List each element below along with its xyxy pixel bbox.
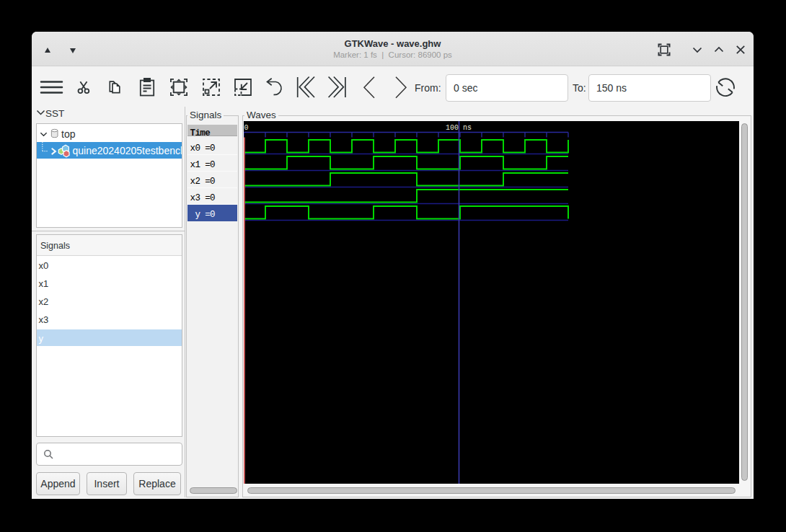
svg-text:0: 0 [244,124,249,132]
